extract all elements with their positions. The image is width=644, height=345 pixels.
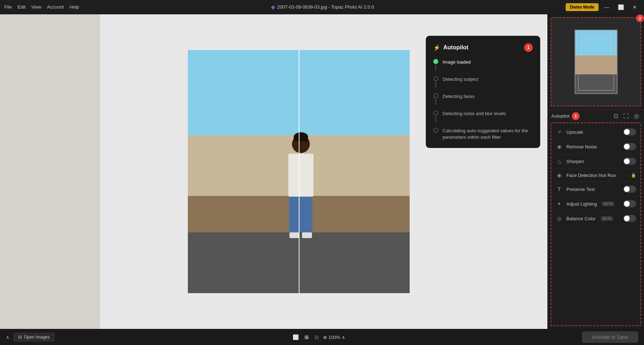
sharpen-label: Sharpen (566, 159, 584, 164)
filter-upscale-left: ↗ Upscale (556, 129, 583, 135)
app-title: 2007-03-08-0638-03.jpg - Topaz Photo AI … (277, 4, 374, 10)
upscale-icon: ↗ (556, 129, 563, 135)
remove-noise-toggle-knob (624, 144, 630, 149)
demo-mode-button[interactable]: Demo Mode (566, 3, 599, 11)
sharpen-toggle-knob (624, 158, 630, 164)
balance-color-label: Balance Color (566, 216, 596, 221)
step-label-5: Calculating auto-suggested values for th… (443, 128, 533, 141)
tools-row: Autopilot 3 ⊡ ⛶ ◎ (548, 109, 644, 123)
fullscreen-button[interactable]: ⛶ (622, 112, 630, 120)
balance-color-beta-badge: BETA (601, 216, 613, 221)
preview-area: 2 (551, 17, 641, 107)
view-single-button[interactable]: ⬜ (291, 333, 300, 341)
photo-background (188, 50, 410, 293)
activate-to-save-button[interactable]: Activate to Save (582, 331, 638, 343)
step-calculating: Calculating auto-suggested values for th… (433, 128, 533, 141)
filter-upscale[interactable]: ↗ Upscale (551, 125, 640, 139)
minimize-button[interactable]: — (601, 3, 612, 11)
filter-upscale-right (623, 128, 636, 135)
step-line-2 (435, 82, 436, 88)
face-detection-label: Face Detection Not Run (566, 173, 616, 178)
filter-preserve-text[interactable]: T Preserve Text (551, 182, 640, 197)
step-label-3: Detecting faces (443, 93, 475, 100)
step-detecting-subject: Detecting subject (433, 76, 533, 93)
autopilot-tools-label: Autopilot (551, 113, 570, 119)
step-indicator-5 (433, 128, 438, 133)
sharpen-icon: △ (556, 158, 563, 164)
autopilot-overlay: ⚡ Autopilot 1 Image loaded (426, 36, 540, 148)
open-images-icon: ⊟ (18, 335, 22, 340)
upscale-toggle[interactable] (623, 128, 636, 135)
upscale-label: Upscale (566, 129, 583, 135)
window-title: ◆ 2007-03-08-0638-03.jpg - Topaz Photo A… (271, 4, 374, 10)
step-indicator-4 (433, 110, 438, 122)
filter-balance-color[interactable]: ◎ Balance Color BETA (551, 211, 640, 226)
step-label-1: Image loaded (443, 59, 471, 65)
filter-face-detection-left: ◉ Face Detection Not Run (556, 172, 616, 178)
adjust-lighting-label: Adjust Lighting (566, 201, 597, 207)
filter-sharpen-left: △ Sharpen (556, 158, 584, 164)
filter-remove-noise-left: ◉ Remove Noise (556, 144, 597, 149)
preview-badge: 2 (636, 14, 644, 22)
step-detecting-faces: Detecting faces (433, 93, 533, 110)
step-detecting-noise: Detecting noise and blur levels (433, 110, 533, 128)
face-detection-icon: ◉ (556, 172, 563, 178)
step-label-4: Detecting noise and blur levels (443, 110, 506, 117)
lightning-icon: ⚡ (433, 44, 440, 51)
adjust-lighting-toggle[interactable] (623, 200, 636, 207)
crop-button[interactable]: ⊡ (612, 112, 620, 120)
settings-button[interactable]: ◎ (633, 112, 640, 120)
close-button[interactable]: ✕ (630, 3, 640, 11)
filter-face-detection-right: 🔒 (631, 173, 636, 178)
face-detection-lock-icon: 🔒 (631, 173, 636, 178)
autopilot-header: ⚡ Autopilot 1 (433, 43, 533, 52)
remove-noise-toggle[interactable] (623, 143, 636, 150)
titlebar-controls: Demo Mode — ⬜ ✕ (566, 3, 640, 11)
step-image-loaded: Image loaded (433, 59, 533, 76)
filter-sharpen[interactable]: △ Sharpen (551, 154, 640, 169)
preserve-text-toggle[interactable] (623, 186, 636, 193)
adjust-lighting-icon: ✦ (556, 201, 563, 207)
bottom-bar: ∧ ⊟ Open Images ⬜ ⊞ ⊟ ⊕ 100% ∧ Activate … (0, 329, 644, 345)
menu-view[interactable]: View (31, 4, 41, 10)
bottom-left: ∧ ⊟ Open Images (6, 333, 54, 341)
filter-remove-noise-right (623, 143, 636, 150)
titlebar-left: File Edit View Account Help (4, 4, 79, 10)
child-shoes (288, 232, 313, 238)
sharpen-toggle[interactable] (623, 158, 636, 165)
expand-button[interactable]: ∧ (6, 334, 9, 340)
view-split-button[interactable]: ⊞ (303, 333, 310, 341)
main-image (188, 50, 410, 293)
open-images-label: Open Images (24, 335, 50, 340)
menu-edit[interactable]: Edit (18, 4, 25, 10)
child-shoe-right (302, 232, 312, 238)
open-images-button[interactable]: ⊟ Open Images (14, 333, 54, 341)
zoom-icon: ⊕ (323, 335, 327, 340)
step-line-4 (435, 116, 436, 122)
preview-inner-border (578, 33, 614, 90)
child-pants (289, 197, 312, 232)
preview-image (575, 30, 618, 94)
child-hair (294, 132, 308, 141)
zoom-arrow-icon: ∧ (342, 335, 345, 340)
filter-remove-noise[interactable]: ◉ Remove Noise (551, 139, 640, 154)
left-panel (0, 14, 100, 329)
view-side-button[interactable]: ⊟ (313, 333, 320, 341)
balance-color-toggle[interactable] (623, 215, 636, 222)
adjust-lighting-toggle-knob (624, 201, 630, 207)
filter-adjust-lighting-right (623, 200, 636, 207)
menu-account[interactable]: Account (47, 4, 64, 10)
filter-sharpen-right (623, 158, 636, 165)
child-shoe-left (289, 232, 299, 238)
menu-help[interactable]: Help (69, 4, 79, 10)
menu-file[interactable]: File (4, 4, 12, 10)
tools-badge: 3 (572, 112, 580, 120)
filter-face-detection[interactable]: ◉ Face Detection Not Run 🔒 (551, 169, 640, 182)
filter-adjust-lighting[interactable]: ✦ Adjust Lighting BETA (551, 197, 640, 211)
bottom-center: ⬜ ⊞ ⊟ ⊕ 100% ∧ (291, 333, 345, 341)
restore-button[interactable]: ⬜ (615, 3, 627, 11)
autopilot-title-row: ⚡ Autopilot (433, 44, 468, 51)
step-dot-1 (433, 59, 438, 64)
child-body (288, 154, 313, 197)
step-dot-5 (433, 128, 438, 133)
